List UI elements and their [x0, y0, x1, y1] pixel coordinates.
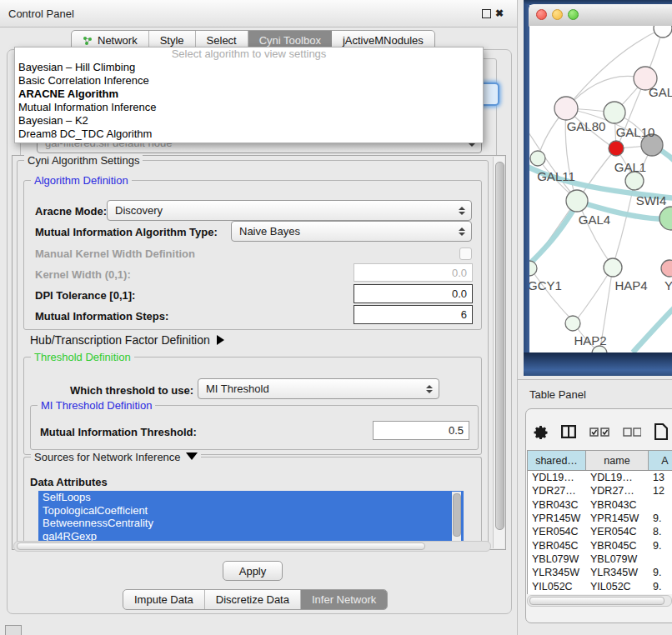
mi-algorithm-type-combo[interactable]: Naive Bayes — [231, 221, 472, 242]
scrollbar-thumb[interactable] — [453, 493, 461, 537]
zoom-traffic-light[interactable] — [568, 9, 579, 20]
network-node-gal1[interactable] — [609, 141, 624, 156]
network-node[interactable] — [659, 207, 672, 230]
network-node-gal80[interactable] — [554, 97, 578, 120]
sources-toggle[interactable]: Sources for Network Inference — [31, 451, 201, 463]
table-cell: YIL052C — [528, 581, 586, 592]
collapsed-arrow-icon — [217, 335, 224, 345]
scrollbar-thumb[interactable] — [495, 162, 504, 530]
table-row[interactable]: YIL052CYIL052C9. — [528, 579, 672, 592]
algorithm-option[interactable]: Basic Correlation Inference — [15, 74, 483, 88]
data-attributes-list[interactable]: SelfLoopsTopologicalCoefficientBetweenne… — [38, 491, 464, 542]
network-graph: GALGAL80GAL10GAL1GAL11SWI4GAL4GCY1HAP4YH… — [529, 26, 672, 352]
stepper-arrows-icon — [459, 207, 465, 215]
table-row[interactable]: YER054CYER054C8. — [528, 525, 672, 538]
horizontal-scrollbar[interactable] — [13, 541, 491, 552]
network-node-y[interactable] — [661, 260, 672, 277]
network-view-canvas[interactable]: GALGAL80GAL10GAL1GAL11SWI4GAL4GCY1HAP4YH… — [529, 26, 672, 352]
hub-definition-toggle[interactable]: Hub/Transcription Factor Definition — [30, 333, 224, 347]
tab-label: Select — [207, 34, 237, 47]
which-threshold-combo[interactable]: MI Threshold — [198, 378, 439, 399]
tab-infer-network[interactable]: Infer Network — [301, 590, 387, 609]
scrollbar-thumb[interactable] — [529, 597, 664, 605]
settings-vertical-scrollbar[interactable] — [493, 157, 504, 548]
split-columns-icon[interactable] — [561, 425, 576, 438]
table-row[interactable]: YBL079WYBL079W — [528, 552, 672, 566]
network-edge — [529, 202, 578, 271]
stepper-arrows-icon — [426, 385, 433, 393]
tab-impute-data[interactable]: Impute Data — [123, 590, 205, 609]
dpi-tolerance-value: 0.0 — [452, 288, 467, 300]
node-label: GAL4 — [579, 212, 610, 227]
attribute-item-selected[interactable]: TopologicalCoefficient — [38, 504, 464, 518]
algorithm-option[interactable]: ARACNE Algorithm — [15, 88, 483, 101]
table-cell: 13 — [649, 472, 672, 483]
unchecked-pair-icon[interactable] — [623, 428, 641, 437]
table-cell: YER054C — [528, 526, 586, 538]
table-row[interactable]: YDR27…YDR27…12 — [528, 484, 672, 498]
table-cell: YBR045C — [528, 540, 586, 552]
table-cell: 9. — [649, 581, 672, 592]
network-node-gal10[interactable] — [604, 102, 625, 123]
manual-kernel-width-checkbox[interactable] — [459, 248, 472, 260]
network-node-gal4[interactable] — [566, 190, 588, 212]
network-node-swi4[interactable] — [625, 172, 644, 190]
stepper-arrows-icon — [459, 228, 465, 236]
attribute-item-selected[interactable]: BetweennessCentrality — [38, 517, 464, 530]
collapsed-panel-chip[interactable] — [5, 625, 22, 635]
table-row[interactable]: YBR045CYBR045C9. — [528, 538, 672, 552]
table-cell: YLR345W — [528, 567, 586, 578]
table-cell: YBL079W — [528, 553, 586, 565]
network-node-hap2[interactable] — [565, 316, 580, 331]
table-row[interactable]: YBR043CYBR043C — [528, 498, 672, 512]
algorithm-option[interactable]: Mutual Information Inference — [15, 101, 483, 114]
data-attributes-label: Data Attributes — [30, 476, 108, 488]
table-horizontal-scrollbar[interactable] — [527, 595, 672, 607]
float-window-icon[interactable] — [482, 9, 491, 18]
tab-discretize-data[interactable]: Discretize Data — [205, 590, 301, 609]
close-traffic-light[interactable] — [536, 9, 547, 20]
checked-pair-icon[interactable] — [589, 428, 609, 437]
gear-icon[interactable] — [534, 425, 548, 439]
network-node-hap4[interactable] — [604, 258, 622, 277]
node-label: GAL10 — [616, 125, 655, 139]
table-cell: YIL052C — [586, 581, 649, 592]
algorithm-option[interactable]: Bayesian – K2 — [15, 114, 483, 128]
table-cell: YDL19… — [586, 472, 649, 483]
column-header-shared[interactable]: shared… — [528, 451, 586, 470]
column-header-a[interactable]: A — [649, 451, 672, 470]
minimize-traffic-light[interactable] — [552, 9, 563, 20]
algorithm-option[interactable]: Bayesian – Hill Climbing — [15, 61, 483, 74]
network-node-gcy1[interactable] — [529, 261, 537, 276]
kernel-width-field[interactable]: 0.0 — [354, 263, 473, 282]
which-threshold-label: Which threshold to use: — [70, 384, 193, 397]
node-label: GAL11 — [537, 169, 575, 183]
column-header-name[interactable]: name — [586, 451, 649, 470]
group-title: MI Threshold Definition — [38, 399, 155, 412]
network-window-titlebar[interactable] — [529, 4, 672, 27]
mi-steps-field[interactable]: 6 — [354, 305, 473, 324]
algorithm-option[interactable]: Dream8 DC_TDC Algorithm — [15, 128, 483, 141]
table-row[interactable]: YDL19…YDL19…13 — [528, 471, 672, 484]
table-row[interactable]: YPR145WYPR145W9. — [528, 512, 672, 525]
aracne-mode-combo[interactable]: Discovery — [107, 200, 472, 221]
group-title: Cyni Algorithm Settings — [24, 154, 143, 167]
table-row[interactable]: YLR345WYLR345W9. — [528, 566, 672, 579]
network-node[interactable] — [654, 26, 672, 38]
network-icon — [83, 36, 93, 46]
node-label: GAL — [649, 85, 672, 99]
attribute-item-selected[interactable]: SelfLoops — [38, 491, 464, 504]
network-node-gal11[interactable] — [530, 151, 545, 166]
panel-title: Control Panel — [8, 8, 74, 20]
close-icon[interactable]: ✖ — [495, 9, 504, 18]
node-table[interactable]: shared…nameAYDL19…YDL19…13YDR27…YDR27…12… — [527, 450, 672, 594]
dpi-tolerance-field[interactable]: 0.0 — [354, 284, 473, 303]
table-cell: YDR27… — [586, 485, 649, 497]
scrollbar-thumb[interactable] — [17, 542, 425, 550]
attributes-scrollbar[interactable] — [452, 492, 461, 542]
tab-label: Impute Data — [134, 593, 193, 606]
node-label: HAP4 — [614, 278, 647, 292]
mi-threshold-field[interactable]: 0.5 — [373, 421, 469, 440]
document-icon[interactable] — [654, 423, 668, 440]
apply-button[interactable]: Apply — [223, 561, 283, 581]
